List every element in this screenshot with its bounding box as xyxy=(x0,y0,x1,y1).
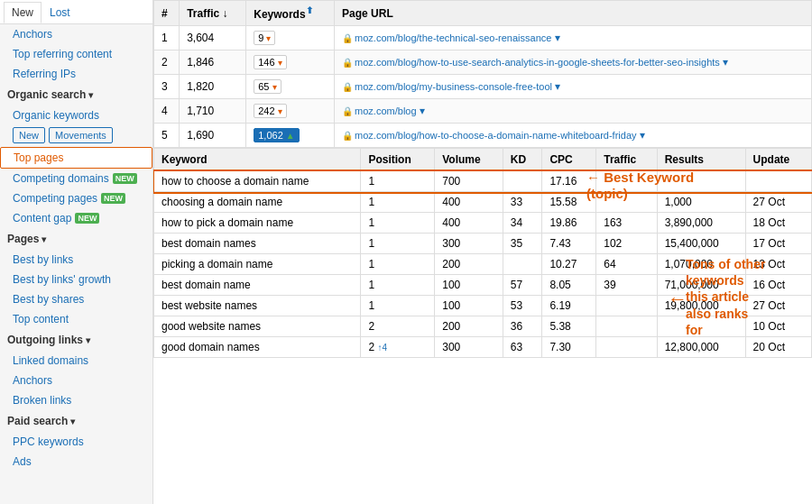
sidebar-item-top-pages[interactable]: Top pages xyxy=(0,147,152,169)
kw-col-volume: Volume xyxy=(435,149,503,171)
kw-dropdown-2[interactable]: 146 ▾ xyxy=(254,55,286,69)
kw-col-keyword: Keyword xyxy=(154,149,361,171)
keyword-table-wrapper: Keyword Position Volume KD CPC Traffic R… xyxy=(153,148,812,358)
kw-col-results: Results xyxy=(657,149,745,171)
table-row: 3 1,820 65 ▾ 🔒moz.com/blog/my-business-c… xyxy=(154,75,812,99)
col-num: # xyxy=(154,1,180,26)
sidebar-item-best-by-links[interactable]: Best by links xyxy=(0,250,152,270)
kw-dropdown-4[interactable]: 242 ▾ xyxy=(254,104,286,118)
page-url-1[interactable]: moz.com/blog/the-technical-seo-renaissan… xyxy=(355,32,551,43)
kw-row-3: how to pick a domain name 1 400 34 19.86… xyxy=(154,213,812,234)
sidebar-item-competing-domains[interactable]: Competing domains NEW xyxy=(0,169,152,188)
sidebar-item-best-by-links-growth[interactable]: Best by links' growth xyxy=(0,270,152,289)
kw-col-update: Update xyxy=(745,149,811,171)
table-row: 5 1,690 1,062 ▲ 🔒moz.com/blog/how-to-cho… xyxy=(154,124,812,148)
sidebar-item-top-referring[interactable]: Top referring content xyxy=(0,44,152,64)
kw-row-2: choosing a domain name 1 400 33 15.58 1,… xyxy=(154,192,812,213)
table-row: 1 3,604 9 ▾ 🔒moz.com/blog/the-technical-… xyxy=(154,26,812,50)
badge-new-competing-pages: NEW xyxy=(101,193,125,204)
kw-col-kd: KD xyxy=(503,149,542,171)
page-url-2[interactable]: moz.com/blog/how-to-use-search-analytics… xyxy=(355,57,720,68)
arrow-tons: ← xyxy=(668,288,687,311)
section-outgoing-links[interactable]: Outgoing links xyxy=(0,329,152,351)
page-url-5[interactable]: moz.com/blog/how-to-choose-a-domain-name… xyxy=(355,130,636,141)
badge-new-competing-domains: NEW xyxy=(113,173,137,184)
col-traffic[interactable]: Traffic ↓ xyxy=(180,1,246,26)
section-paid-search[interactable]: Paid search xyxy=(0,410,152,432)
sidebar-item-linked-domains[interactable]: Linked domains xyxy=(0,351,152,371)
sidebar-item-ppc-keywords[interactable]: PPC keywords xyxy=(0,432,152,452)
sidebar-item-anchors-top[interactable]: Anchors xyxy=(0,24,152,44)
table-row: 2 1,846 146 ▾ 🔒moz.com/blog/how-to-use-s… xyxy=(154,50,812,75)
kw-col-traffic: Traffic xyxy=(596,149,657,171)
kw-col-cpc: CPC xyxy=(542,149,596,171)
sidebar-item-top-content[interactable]: Top content xyxy=(0,309,152,329)
subtab-new[interactable]: New xyxy=(13,127,45,143)
page-url-3[interactable]: moz.com/blog/my-business-console-free-to… xyxy=(355,81,552,92)
top-pages-table: # Traffic ↓ Keywords⬆ Page URL 1 3,604 9… xyxy=(153,0,812,148)
kw-row-1: how to choose a domain name 1 700 17.16 xyxy=(154,171,812,192)
sidebar-item-organic-keywords[interactable]: Organic keywords xyxy=(0,105,152,125)
sidebar-tabs: New Lost xyxy=(0,0,152,24)
kw-dropdown-3[interactable]: 65 ▾ xyxy=(254,79,281,94)
kw-dropdown-1[interactable]: 9 ▾ xyxy=(254,31,275,45)
kw-dropdown-5[interactable]: 1,062 ▲ xyxy=(254,128,300,142)
sidebar-item-competing-pages[interactable]: Competing pages NEW xyxy=(0,188,152,208)
organic-keywords-subtabs: New Movements xyxy=(0,125,152,147)
sidebar: New Lost Anchors Top referring content R… xyxy=(0,0,153,504)
annotation-best-keyword: ← Best Keyword(topic) xyxy=(586,170,694,202)
sidebar-item-referring-ips[interactable]: Referring IPs xyxy=(0,64,152,84)
kw-row-9: good domain names 2 ↑4 300 63 7.30 12,80… xyxy=(154,337,812,358)
tab-lost[interactable]: Lost xyxy=(42,2,78,23)
subtab-movements[interactable]: Movements xyxy=(49,127,113,143)
kw-col-position: Position xyxy=(361,149,435,171)
badge-new-content-gap: NEW xyxy=(75,213,99,224)
table-row: 4 1,710 242 ▾ 🔒moz.com/blog ▾ xyxy=(154,99,812,124)
main-content: # Traffic ↓ Keywords⬆ Page URL 1 3,604 9… xyxy=(153,0,812,504)
section-organic-search[interactable]: Organic search xyxy=(0,84,152,105)
col-url: Page URL xyxy=(335,1,812,26)
sidebar-item-anchors[interactable]: Anchors xyxy=(0,371,152,390)
annotation-tons-keywords: Tons of otherkeywordsthis articlealso ra… xyxy=(686,256,765,338)
kw-row-4: best domain names 1 300 35 7.43 102 15,4… xyxy=(154,234,812,254)
sidebar-item-content-gap[interactable]: Content gap NEW xyxy=(0,208,152,228)
col-keywords[interactable]: Keywords⬆ xyxy=(246,1,335,26)
sidebar-item-ads[interactable]: Ads xyxy=(0,452,152,472)
sidebar-item-best-by-shares[interactable]: Best by shares xyxy=(0,289,152,309)
tab-new[interactable]: New xyxy=(4,2,42,23)
sidebar-item-broken-links[interactable]: Broken links xyxy=(0,390,152,410)
page-url-4[interactable]: moz.com/blog xyxy=(355,105,416,116)
section-pages[interactable]: Pages xyxy=(0,228,152,250)
